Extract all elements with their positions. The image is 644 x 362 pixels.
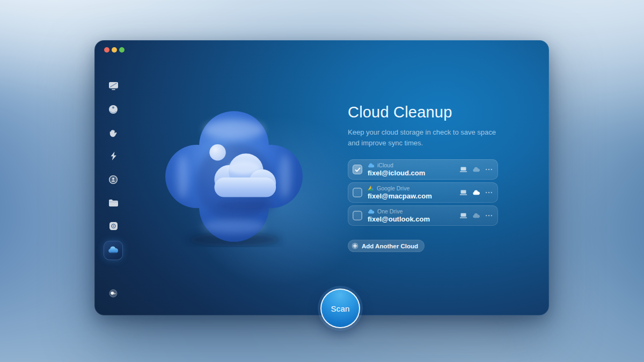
sidebar-item-protection[interactable]: [104, 125, 122, 143]
account-row-icloud[interactable]: iCloud fixel@icloud.com: [348, 159, 498, 180]
cloud-sync-icon: [472, 190, 480, 195]
scan-button-label: Scan: [331, 304, 350, 313]
provider-name: Google Drive: [377, 185, 409, 191]
scan-button[interactable]: Scan: [320, 289, 360, 328]
page-description: Keep your cloud storage in check to save…: [348, 127, 509, 149]
folder-icon: [108, 199, 119, 209]
monitor-icon: [108, 82, 119, 93]
cloud-sync-icon: [472, 213, 480, 218]
cloud-account-list: iCloud fixel@icloud.com: [348, 159, 498, 226]
account-row-google-drive[interactable]: Google Drive fixel@macpaw.com: [348, 182, 498, 203]
provider-name: One Drive: [377, 208, 402, 215]
laptop-icon: [459, 166, 467, 173]
ellipsis-icon[interactable]: [485, 168, 493, 171]
lightning-icon: [109, 151, 118, 163]
page-title: Cloud Cleanup: [348, 104, 452, 121]
google-drive-checkbox[interactable]: [353, 188, 362, 197]
sidebar-item-assistant[interactable]: [104, 286, 122, 302]
plus-circle-icon: [352, 242, 358, 249]
add-another-cloud-button[interactable]: Add Another Cloud: [348, 240, 425, 252]
cloud-sync-icon: [472, 167, 480, 172]
sidebar-item-cloud-cleanup[interactable]: [104, 241, 122, 260]
cloud-illustration: [163, 106, 305, 247]
laptop-icon: [459, 189, 467, 196]
app-window: Cloud Cleanup Keep your cloud storage in…: [94, 40, 549, 315]
onedrive-checkbox[interactable]: [353, 211, 362, 220]
lens-icon: [109, 221, 118, 233]
hand-icon: [108, 128, 118, 140]
user-badge-icon: [108, 175, 118, 187]
assistant-sphere-icon: [109, 289, 118, 300]
ellipsis-icon[interactable]: [485, 215, 493, 217]
sidebar-item-applications[interactable]: [104, 172, 122, 190]
account-email: fixel@icloud.com: [368, 169, 425, 177]
account-row-onedrive[interactable]: One Drive fixel@outlook.com: [348, 205, 498, 226]
sidebar-item-cleanup[interactable]: [104, 101, 122, 120]
icloud-checkbox[interactable]: [353, 165, 362, 174]
account-email: fixel@outlook.com: [368, 215, 430, 223]
provider-name: iCloud: [377, 162, 393, 168]
laptop-icon: [459, 212, 467, 219]
sidebar-item-smart-care[interactable]: [104, 78, 122, 96]
window-background: Cloud Cleanup Keep your cloud storage in…: [94, 40, 549, 315]
sidebar-item-my-clutter[interactable]: [104, 195, 122, 213]
sphere-icon: [108, 105, 118, 116]
desktop: Cloud Cleanup Keep your cloud storage in…: [0, 0, 644, 362]
cloud-icon: [108, 246, 119, 256]
sidebar-item-performance[interactable]: [104, 148, 122, 166]
ellipsis-icon[interactable]: [485, 191, 493, 194]
account-email: fixel@macpaw.com: [368, 192, 432, 200]
add-button-label: Add Another Cloud: [362, 243, 418, 249]
sidebar-item-space-lens[interactable]: [104, 218, 122, 236]
sidebar: [94, 40, 132, 315]
